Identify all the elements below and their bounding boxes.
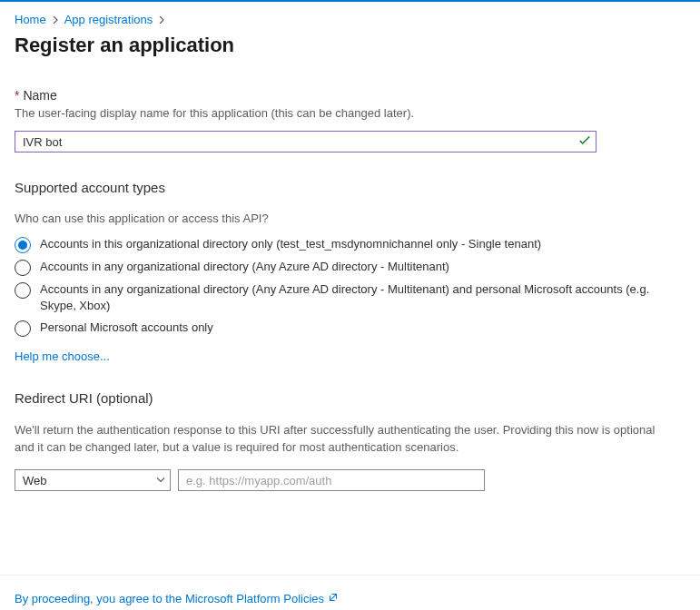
- radio-multitenant[interactable]: Accounts in any organizational directory…: [15, 259, 685, 276]
- help-me-choose-link[interactable]: Help me choose...: [15, 349, 110, 363]
- radio-label: Accounts in this organizational director…: [40, 236, 541, 252]
- platform-select[interactable]: Web: [15, 469, 171, 491]
- radio-label: Accounts in any organizational directory…: [40, 259, 449, 275]
- page-title: Register an application: [15, 34, 685, 57]
- platform-policies-link[interactable]: By proceeding, you agree to the Microsof…: [15, 592, 339, 605]
- account-types-radio-group: Accounts in this organizational director…: [15, 236, 685, 337]
- redirect-uri-heading: Redirect URI (optional): [15, 390, 685, 406]
- radio-multitenant-personal[interactable]: Accounts in any organizational directory…: [15, 281, 685, 314]
- platform-policies-text: By proceeding, you agree to the Microsof…: [15, 592, 324, 605]
- radio-label: Accounts in any organizational directory…: [40, 281, 685, 314]
- radio-personal-only[interactable]: Personal Microsoft accounts only: [15, 320, 685, 337]
- radio-icon: [15, 260, 31, 276]
- account-types-subquestion: Who can use this application or access t…: [15, 212, 685, 225]
- breadcrumb: Home App registrations: [15, 13, 685, 26]
- account-types-heading: Supported account types: [15, 180, 685, 195]
- radio-single-tenant[interactable]: Accounts in this organizational director…: [15, 236, 685, 253]
- breadcrumb-item-home[interactable]: Home: [15, 13, 46, 26]
- redirect-uri-input[interactable]: [178, 469, 485, 491]
- name-label: *Name: [15, 88, 685, 103]
- platform-select-value: Web: [23, 474, 47, 487]
- chevron-right-icon: [52, 13, 59, 26]
- radio-label: Personal Microsoft accounts only: [40, 320, 213, 336]
- radio-icon: [15, 282, 31, 299]
- name-input[interactable]: [15, 131, 596, 152]
- external-link-icon: [328, 592, 339, 605]
- breadcrumb-item-app-registrations[interactable]: App registrations: [64, 13, 153, 26]
- radio-icon: [15, 237, 31, 253]
- redirect-uri-description: We'll return the authentication response…: [15, 422, 668, 457]
- name-description: The user-facing display name for this ap…: [15, 106, 685, 120]
- chevron-right-icon: [158, 13, 165, 26]
- radio-icon: [15, 320, 31, 337]
